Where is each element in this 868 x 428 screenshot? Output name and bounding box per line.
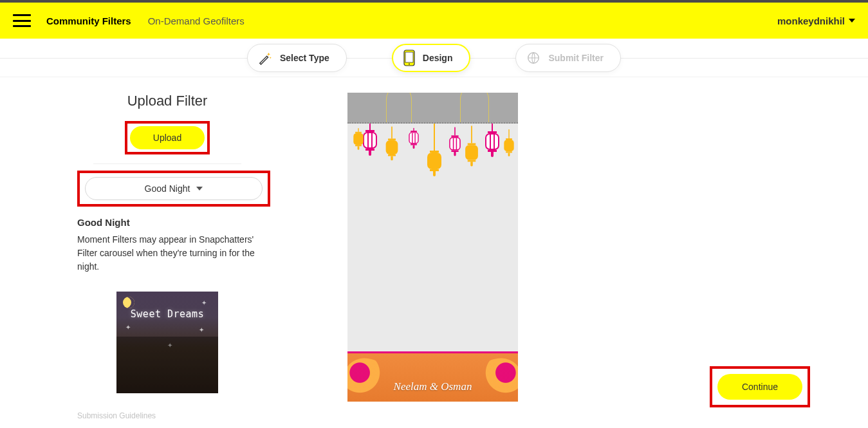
submission-guidelines-link[interactable]: Submission Guidelines [77,411,257,420]
upload-button[interactable]: Upload [130,126,205,149]
top-bar: Community Filters On-Demand Geofilters m… [0,3,868,39]
thumb-text: Sweet Dreams [116,308,218,320]
phone-icon [403,50,415,66]
user-menu[interactable]: monkeydnikhil [777,15,855,26]
step-select-type[interactable]: Select Type [247,44,347,72]
nav-community-filters[interactable]: Community Filters [46,15,131,26]
section-description: Moment Filters may appear in Snapchatter… [77,233,257,274]
highlight-continue: Continue [710,366,810,407]
svg-rect-1 [405,52,413,62]
divider [93,163,241,164]
username-label: monkeydnikhil [777,15,845,26]
svg-point-2 [409,64,410,65]
globe-icon [526,51,540,65]
menu-icon[interactable] [13,14,31,27]
step-submit-filter: Submit Filter [515,44,621,72]
filter-category-dropdown[interactable]: Good Night [85,177,263,200]
step-label: Design [423,53,453,63]
dropdown-value: Good Night [145,183,190,194]
step-design[interactable]: Design [392,44,471,72]
upload-filter-title: Upload Filter [87,93,248,109]
caret-down-icon [849,19,855,23]
left-panel: Upload Filter Upload Good Night Good Nig… [0,93,296,420]
wand-icon [258,51,272,65]
preview-column: Mehndi Neelam & Osman [296,93,518,420]
highlight-upload: Upload [125,121,210,154]
continue-button[interactable]: Continue [717,374,802,400]
filter-preview: Mehndi Neelam & Osman [347,93,518,402]
step-bar: Select Type Design Submit Filter [0,39,868,77]
nav-ondemand-geofilters[interactable]: On-Demand Geofilters [148,15,245,26]
chevron-down-icon [196,187,203,191]
content-area: Select Type Design Submit Filter Up [0,39,868,420]
section-title: Good Night [77,217,257,228]
step-label: Select Type [280,53,329,63]
example-thumbnail: Sweet Dreams ✦ ✦ ✦ ✦ [116,292,218,393]
step-label: Submit Filter [548,53,604,63]
highlight-dropdown: Good Night [77,171,270,207]
